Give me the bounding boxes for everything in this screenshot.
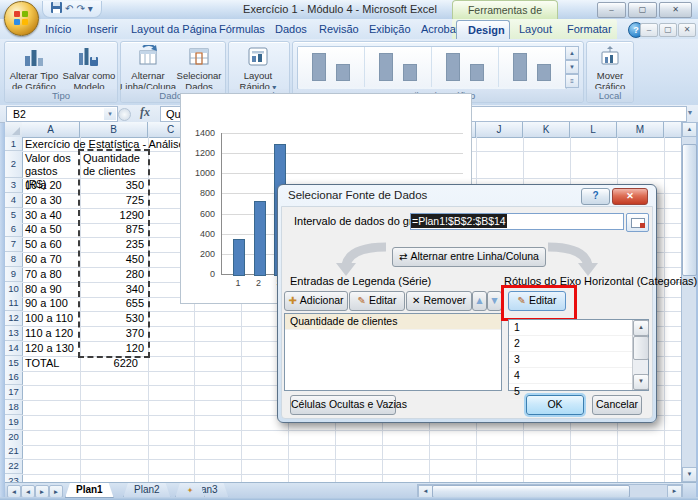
row-header-13[interactable]: 13 (5, 326, 23, 341)
cancel-button[interactable]: Cancelar (592, 395, 642, 415)
chart-style-thumbnail[interactable] (499, 47, 566, 87)
cell-qty[interactable]: 235 (81, 238, 144, 251)
switch-row-column-button[interactable]: Alternar Linha/Coluna (122, 44, 174, 88)
scroll-thumb[interactable] (633, 336, 649, 360)
ribbon-tab-f-rmulas[interactable]: Fórmulas (208, 20, 264, 39)
save-icon[interactable] (51, 2, 62, 17)
cell-range[interactable]: 90 a 100 (25, 297, 68, 310)
name-box[interactable]: B2 ▾ (6, 106, 118, 122)
cell-range[interactable]: 60 a 70 (25, 253, 62, 266)
select-data-button[interactable]: Selecionar Dados (175, 44, 223, 88)
cell-range[interactable]: 50 a 60 (25, 238, 62, 251)
minimize-icon[interactable]: – (597, 2, 626, 18)
remove-series-button[interactable]: ✕Remover (406, 291, 472, 311)
workbook-close-icon[interactable]: ✕ (678, 23, 696, 37)
cell-range[interactable]: 30 a 40 (25, 209, 62, 222)
move-series-down-icon[interactable]: ▼ (487, 291, 502, 311)
row-header-10[interactable]: 10 (5, 282, 23, 297)
cell-range[interactable]: 40 a 50 (25, 223, 62, 236)
ribbon-tab-inserir[interactable]: Inserir (76, 20, 120, 39)
vscroll-down-icon[interactable]: ▼ (682, 467, 697, 482)
chart-bar[interactable] (233, 239, 245, 276)
cell-b2-header[interactable]: Quantidade de clientes (83, 152, 145, 178)
row-header-9[interactable]: 9 (5, 267, 23, 282)
row-header-17[interactable]: 17 (5, 385, 23, 400)
ribbon-tab-exibi-o[interactable]: Exibição (358, 20, 410, 39)
insert-function-icon[interactable]: fx (134, 106, 156, 120)
cell-qty[interactable]: 370 (81, 327, 144, 340)
axis-list-item[interactable]: 2 (509, 336, 633, 352)
row-header-12[interactable]: 12 (5, 311, 23, 326)
chart-bar[interactable] (254, 201, 266, 276)
chart-style-thumbnail[interactable] (365, 47, 432, 87)
cell-qty[interactable]: 530 (81, 312, 144, 325)
sheet-tab-plan2[interactable]: Plan2 (123, 483, 171, 498)
axis-list-item[interactable]: 1 (509, 320, 633, 336)
cell-qty[interactable]: 280 (81, 268, 144, 281)
vertical-scrollbar[interactable]: ▲ ▼ (681, 122, 696, 482)
row-header-14[interactable]: 14 (5, 341, 23, 356)
workbook-restore-icon[interactable]: ▢ (659, 23, 677, 37)
row-header-7[interactable]: 7 (5, 237, 23, 252)
legend-list-item[interactable]: Quantidade de clientes (285, 314, 501, 330)
cell-range[interactable]: 20 a 30 (25, 194, 62, 207)
column-header-j[interactable]: J (476, 122, 523, 138)
scroll-up-icon[interactable]: ▲ (633, 320, 649, 336)
column-header-a[interactable]: A (22, 122, 80, 138)
row-header-11[interactable]: 11 (5, 296, 23, 311)
add-series-button[interactable]: ✚Adicionar (284, 291, 348, 311)
row-header-20[interactable]: 20 (5, 430, 23, 445)
scroll-down-icon[interactable]: ▼ (633, 374, 649, 390)
ribbon-tab-layout-da-p-gina[interactable]: Layout da Página (120, 20, 208, 39)
qat-dropdown-icon[interactable]: ▾ (88, 2, 93, 16)
row-header-6[interactable]: 6 (5, 222, 23, 237)
axis-list-item[interactable]: 4 (509, 368, 633, 384)
cell-range[interactable]: 120 a 130 (25, 342, 74, 355)
row-header-3[interactable]: 3 (5, 178, 23, 193)
ribbon-tab-layout[interactable]: Layout (508, 20, 556, 39)
ribbon-tab-formatar[interactable]: Formatar (556, 20, 614, 39)
cell-total-value[interactable]: 6220 (75, 357, 138, 370)
maximize-icon[interactable]: ▢ (628, 2, 657, 18)
expand-formula-bar-icon[interactable]: ▼ (684, 109, 696, 119)
row-header-18[interactable]: 18 (5, 400, 23, 415)
row-header-19[interactable]: 19 (5, 415, 23, 430)
column-header-l[interactable]: L (570, 122, 617, 138)
axis-labels-list[interactable]: 12345 ▲ ▼ (508, 319, 649, 391)
cell-qty[interactable]: 1290 (81, 209, 144, 222)
hidden-empty-cells-button[interactable]: Células Ocultas e Vazias (290, 395, 396, 415)
row-header-22[interactable]: 22 (5, 459, 23, 474)
ribbon-tab-dados[interactable]: Dados (264, 20, 308, 39)
move-series-up-icon[interactable]: ▲ (472, 291, 487, 311)
cell-qty[interactable]: 450 (81, 253, 144, 266)
quick-layout-button[interactable]: Layout Rápido ▾ (231, 44, 285, 88)
sheet-tab-plan1[interactable]: Plan1 (65, 483, 114, 498)
edit-axis-labels-button[interactable]: ✎Editar (508, 291, 566, 311)
cell-qty[interactable]: 725 (81, 194, 144, 207)
row-header-2[interactable]: 2 (5, 151, 23, 178)
cell-range[interactable]: 10 a 20 (25, 179, 62, 192)
office-button[interactable] (4, 1, 39, 36)
cell-total-label[interactable]: TOTAL (25, 357, 59, 370)
row-header-5[interactable]: 5 (5, 208, 23, 223)
row-header-8[interactable]: 8 (5, 252, 23, 267)
ok-button[interactable]: OK (526, 395, 584, 415)
cell-range[interactable]: 110 a 120 (25, 327, 73, 340)
ribbon-tab-acrobat[interactable]: Acrobat (410, 20, 460, 39)
row-header-4[interactable]: 4 (5, 193, 23, 208)
ribbon-tab-design[interactable]: Design (456, 20, 510, 40)
row-header-1[interactable]: 1 (5, 137, 23, 151)
insert-sheet-tab[interactable]: ✦ (175, 483, 205, 498)
ribbon-tab-in-cio[interactable]: Início (34, 20, 76, 39)
cell-range[interactable]: 80 a 90 (25, 283, 62, 296)
chart-style-thumbnail[interactable] (432, 47, 499, 87)
select-all-corner[interactable] (5, 122, 23, 138)
column-header-b[interactable]: B (80, 122, 148, 138)
switch-row-column-dialog-button[interactable]: ⇄Alternar entre Linha/Coluna (392, 247, 546, 267)
row-header-16[interactable]: 16 (5, 370, 23, 385)
dialog-close-icon[interactable]: ✕ (612, 188, 648, 205)
cell-range[interactable]: 70 a 80 (25, 268, 62, 281)
gallery-up-icon[interactable]: ▲ (565, 46, 579, 60)
legend-entries-list[interactable]: Quantidade de clientes (284, 313, 502, 391)
cell-qty[interactable]: 875 (81, 223, 144, 236)
